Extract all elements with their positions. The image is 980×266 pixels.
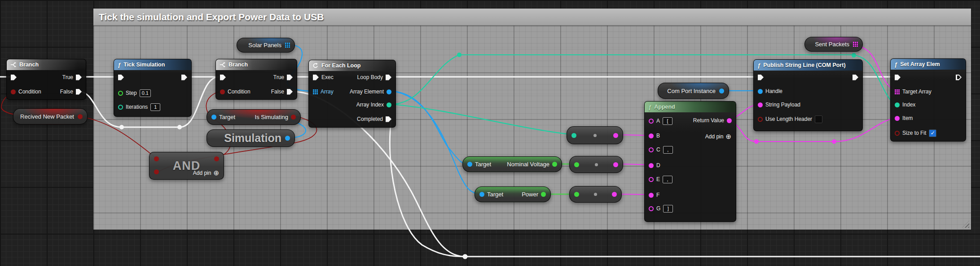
object-out-pin[interactable] — [285, 136, 290, 141]
reroute-node-string[interactable] — [754, 139, 759, 144]
append-e-pin[interactable] — [649, 177, 654, 182]
handle-pin[interactable] — [758, 89, 763, 94]
string-out-pin[interactable] — [613, 133, 618, 138]
node-sent-packets[interactable]: Sent Packets — [804, 37, 863, 52]
reroute-node-exec[interactable] — [463, 254, 468, 259]
iterations-value-input[interactable]: 1 — [150, 103, 160, 111]
add-pin-button[interactable]: Add pin ⊕ — [705, 133, 731, 141]
wire-obj-elem-power[interactable] — [392, 91, 481, 194]
exec-out-pin[interactable] — [956, 75, 962, 80]
node-branch-2[interactable]: Branch True Condition False — [215, 59, 297, 100]
reroute-node-exec[interactable] — [119, 125, 124, 129]
reroute-node-int[interactable] — [457, 53, 461, 57]
exec-in-pin[interactable] — [758, 75, 764, 80]
float-out-pin[interactable] — [552, 162, 557, 167]
loop-body-pin[interactable] — [386, 75, 391, 80]
node-simulation[interactable]: Simulation — [207, 129, 295, 147]
completed-pin[interactable] — [386, 116, 391, 122]
and-out-pin[interactable] — [214, 156, 219, 161]
and-in-b-pin[interactable] — [154, 169, 159, 174]
string-out-pin[interactable] — [613, 162, 618, 167]
reroute-node-exec[interactable] — [177, 125, 182, 129]
wire-exec-completed-down[interactable] — [390, 119, 465, 257]
exec-out-pin[interactable] — [853, 75, 858, 80]
append-g-value[interactable]: ] — [663, 205, 673, 213]
append-g-pin[interactable] — [649, 206, 654, 211]
exec-true-pin[interactable] — [287, 75, 293, 80]
return-value-pin[interactable] — [727, 118, 732, 123]
step-value-input[interactable]: 0.1 — [140, 89, 151, 97]
node-get-nominal-voltage[interactable]: Target Nominal Voltage — [462, 156, 562, 172]
node-recived-new-packet[interactable]: Recived New Packet — [13, 108, 88, 124]
node-solar-panels[interactable]: Solar Panels — [237, 38, 295, 53]
string-out-pin[interactable] — [612, 192, 617, 197]
exec-true-pin[interactable] — [76, 75, 82, 80]
node-tick-simulation[interactable]: ƒ Tick Simulation Step 0.1 Iterations 1 — [114, 59, 192, 117]
array-element-pin[interactable] — [387, 89, 391, 94]
int-in-pin[interactable] — [571, 133, 576, 138]
node-set-array-elem[interactable]: ƒ Set Array Elem Target Array Index Item… — [890, 58, 966, 142]
float-in-pin[interactable] — [574, 192, 579, 197]
item-pin[interactable] — [895, 116, 900, 121]
array-in-pin[interactable] — [313, 89, 318, 94]
reroute-node-int[interactable] — [852, 53, 856, 58]
wire-bool-and-branch2[interactable] — [206, 92, 230, 158]
target-pin[interactable] — [467, 162, 472, 167]
node-tostring-float-1[interactable] — [569, 156, 623, 173]
exec-in-pin[interactable] — [220, 75, 226, 80]
iterations-pin[interactable] — [118, 105, 123, 110]
bool-out-pin[interactable] — [291, 115, 296, 120]
exec-in-pin[interactable] — [895, 75, 901, 80]
reroute-node-string[interactable] — [832, 139, 836, 144]
step-pin[interactable] — [118, 91, 123, 96]
float-out-pin[interactable] — [541, 192, 546, 197]
node-com-port-instance[interactable]: Com Port Instance — [658, 83, 729, 99]
node-tostring-int[interactable] — [567, 126, 623, 144]
object-out-pin[interactable] — [719, 89, 724, 93]
string-payload-pin[interactable] — [758, 102, 763, 107]
exec-in-pin[interactable] — [118, 75, 124, 80]
wire-int-index-tostring[interactable] — [392, 104, 575, 135]
index-pin[interactable] — [895, 102, 900, 107]
append-c-pin[interactable] — [649, 147, 654, 152]
node-is-simulating[interactable]: Target Is Simulating — [207, 109, 301, 125]
pin-label: D — [656, 162, 660, 168]
node-for-each-loop[interactable]: For Each Loop Exec Loop Body Array Array… — [308, 60, 396, 128]
array-index-pin[interactable] — [387, 102, 391, 107]
array-out-pin[interactable] — [285, 43, 290, 48]
target-pin[interactable] — [211, 115, 216, 120]
use-length-header-checkbox[interactable] — [815, 115, 822, 123]
append-c-value[interactable]: , — [663, 146, 673, 154]
array-out-pin[interactable] — [853, 42, 858, 47]
target-array-pin[interactable] — [895, 89, 900, 94]
float-in-pin[interactable] — [574, 162, 579, 167]
exec-in-pin[interactable] — [313, 75, 319, 80]
target-pin[interactable] — [479, 192, 484, 197]
blueprint-canvas[interactable]: Tick the simulation and Export Power Dat… — [0, 0, 980, 266]
exec-false-pin[interactable] — [287, 89, 293, 95]
condition-pin[interactable] — [220, 89, 225, 94]
node-branch-1[interactable]: Branch True Condition False — [6, 59, 86, 100]
wire-int-index-up[interactable] — [392, 55, 459, 104]
pin-label: False — [271, 89, 284, 95]
node-append[interactable]: ƒ Append A[ B C, D E, F G] Return Value … — [644, 101, 736, 222]
exec-out-pin[interactable] — [181, 75, 187, 80]
node-publish-string-line[interactable]: ƒ Publish String Line (COM Port) Handle … — [753, 59, 863, 131]
and-in-a-pin[interactable] — [154, 156, 159, 161]
node-tostring-float-2[interactable] — [569, 186, 622, 203]
append-b-pin[interactable] — [649, 133, 654, 138]
append-f-pin[interactable] — [649, 193, 654, 198]
use-length-header-pin[interactable] — [758, 117, 763, 122]
node-and[interactable]: AND Add pin ⊕ — [149, 152, 224, 180]
node-get-power[interactable]: Target Power — [475, 186, 551, 202]
exec-in-pin[interactable] — [11, 75, 17, 80]
exec-false-pin[interactable] — [76, 89, 82, 95]
wire-bool-packet-and[interactable] — [79, 116, 156, 158]
size-to-fit-checkbox[interactable]: ✓ — [929, 129, 936, 137]
append-d-pin[interactable] — [649, 163, 654, 168]
bool-out-pin[interactable] — [78, 114, 83, 119]
append-e-value[interactable]: , — [663, 176, 672, 183]
add-pin-button[interactable]: Add pin ⊕ — [193, 169, 219, 177]
size-to-fit-pin[interactable] — [895, 131, 900, 136]
condition-pin[interactable] — [11, 89, 16, 94]
